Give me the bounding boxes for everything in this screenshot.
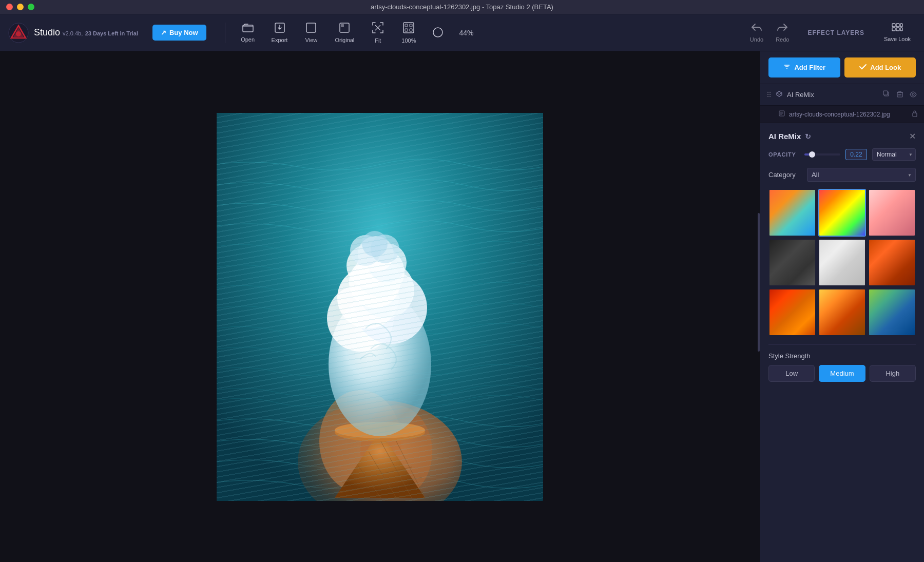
style-thumb-6[interactable] [868,239,916,286]
svg-point-57 [912,93,914,95]
blend-mode-select[interactable]: Normal Multiply Screen Overlay Soft Ligh… [872,148,916,161]
style-thumb-1-inner [769,190,815,236]
toolbar-fit-button[interactable]: Fit [365,19,390,47]
toolbar-zoom100-button[interactable]: 100% [396,19,421,47]
style-thumb-9[interactable] [868,288,916,336]
strength-buttons: Low Medium High [768,365,916,382]
strength-medium-button[interactable]: Medium [819,365,865,382]
svg-rect-4 [243,25,253,32]
buy-icon: ↗ [161,29,166,36]
svg-point-14 [433,28,442,37]
toolbar-export-button[interactable]: Export [266,20,293,46]
logo-area: Studio v2.0.4b, 23 Days Left in Trial [8,23,138,43]
source-file-item: artsy-clouds-conceptual-1262302.jpg [760,106,924,123]
style-thumb-3[interactable] [868,189,916,237]
wavy-overlay [217,113,543,501]
fit-icon [372,22,383,36]
close-remix-button[interactable]: ✕ [909,131,916,141]
export-label: Export [272,37,288,43]
layer-delete-button[interactable] [895,89,904,100]
category-select-wrapper: All Abstract Artistic B&W Colorful [807,168,916,182]
toolbar-separator-1 [225,23,225,43]
image-canvas [217,113,543,501]
redo-icon [777,23,788,35]
style-thumb-4-inner [769,240,815,285]
buy-now-button[interactable]: ↗ Buy Now [152,25,206,41]
fit-label: Fit [375,37,381,44]
category-select[interactable]: All Abstract Artistic B&W Colorful [807,168,916,182]
lock-icon [912,110,918,119]
opacity-slider[interactable] [804,153,840,156]
redo-button[interactable]: Redo [772,21,793,45]
svg-point-3 [16,31,21,36]
style-thumb-6-inner [869,240,915,285]
blend-mode-wrapper: Normal Multiply Screen Overlay Soft Ligh… [872,148,916,161]
main-toolbar: Studio v2.0.4b, 23 Days Left in Trial ↗ … [0,14,924,51]
view-icon [306,23,316,35]
zoom-level: 44% [459,29,473,37]
remix-panel-header: AI ReMix ↻ ✕ [768,131,916,141]
opacity-slider-thumb[interactable] [809,151,815,158]
undo-button[interactable]: Undo [746,21,767,45]
style-thumb-9-inner [869,289,915,335]
svg-rect-17 [900,24,902,27]
maximize-button[interactable] [28,4,34,10]
style-thumb-7[interactable] [768,288,816,336]
style-strength-label: Style Strength [768,352,916,360]
logo-text: Studio [34,27,63,37]
svg-rect-20 [900,28,902,31]
add-look-label: Add Look [870,64,901,71]
canvas-area [0,51,760,562]
mask-icon [432,27,444,39]
close-button[interactable] [6,4,13,10]
open-label: Open [241,36,255,43]
right-panel: Add Filter Add Look ⠿ [760,51,924,562]
app-logo-icon [8,23,29,43]
style-strength-section: Style Strength Low Medium High [768,344,916,382]
style-thumb-4[interactable] [768,239,816,286]
style-thumb-3-inner [869,190,915,236]
style-grid [768,189,916,336]
refresh-icon[interactable]: ↻ [805,132,811,141]
layer-duplicate-button[interactable] [882,89,891,100]
category-label: Category [768,171,802,179]
minimize-button[interactable] [17,4,24,10]
svg-rect-6 [306,23,316,32]
layers-section: ⠿ AI ReMix [760,84,924,123]
zoom100-label: 100% [401,37,416,44]
svg-rect-18 [892,28,895,31]
save-look-button[interactable]: Save Look [879,20,916,45]
view-label: View [305,37,318,43]
style-thumb-8[interactable] [818,288,866,336]
save-look-label: Save Look [884,36,911,42]
add-filter-button[interactable]: Add Filter [768,57,840,77]
drag-handle-icon: ⠿ [766,91,772,99]
svg-rect-13 [410,29,412,31]
style-thumb-7-inner [769,289,815,335]
panel-scrollbar[interactable] [758,51,760,513]
layer-visibility-button[interactable] [909,90,918,100]
layer-item-airemix[interactable]: ⠿ AI ReMix [760,84,924,106]
style-thumb-2[interactable] [818,189,866,237]
original-icon [339,23,350,35]
version-text: v2.0.4b, [63,30,83,36]
style-thumb-5[interactable] [818,239,866,286]
opacity-value[interactable]: 0.22 [845,149,867,160]
traffic-lights [6,4,34,10]
toolbar-open-button[interactable]: Open [236,20,260,46]
toolbar-view-button[interactable]: View [299,20,323,46]
style-thumb-1[interactable] [768,189,816,237]
svg-rect-59 [913,113,917,117]
add-look-button[interactable]: Add Look [844,57,916,77]
layer-actions [882,89,918,100]
strength-low-button[interactable]: Low [768,365,815,382]
save-look-icon [892,23,903,34]
add-look-icon [859,63,867,72]
effect-layers-label: EFFECT LAYERS [807,29,864,36]
style-thumb-8-inner [819,289,865,335]
undo-icon [751,23,762,35]
svg-rect-16 [896,24,899,27]
mask-button[interactable] [427,24,449,42]
strength-high-button[interactable]: High [870,365,916,382]
toolbar-original-button[interactable]: Original [330,20,359,46]
